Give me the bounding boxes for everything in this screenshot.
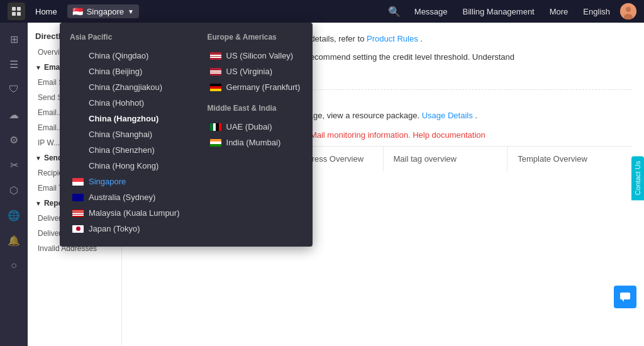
svg-marker-8	[622, 299, 624, 302]
svg-rect-7	[620, 293, 630, 299]
flag-cn-icon	[72, 84, 84, 91]
right-columns: Europe & Americas US (Silicon Valley) US…	[208, 33, 303, 237]
region-india-mumbai[interactable]: India (Mumbai)	[208, 135, 303, 150]
dropdown-arrow-icon: ▼	[128, 8, 134, 15]
svg-rect-1	[17, 7, 21, 11]
europe-americas-title: Europe & Americas	[208, 33, 303, 42]
region-uae-dubai[interactable]: UAE (Dubai)	[208, 119, 303, 135]
flag-sg-icon	[72, 178, 84, 186]
svg-rect-2	[12, 12, 16, 16]
region-malaysia-kualalumpur[interactable]: Malaysia (Kuala Lumpur)	[70, 205, 182, 221]
flag-cn-icon	[72, 131, 84, 138]
template-overview-card: Template Overview	[508, 147, 631, 171]
apps-icon[interactable]: ⊞	[3, 28, 25, 50]
region-us-siliconvalley[interactable]: US (Silicon Valley)	[208, 48, 303, 64]
contact-us-tab[interactable]: Contact Us	[631, 156, 644, 200]
svg-point-5	[626, 7, 631, 12]
app-logo[interactable]	[8, 3, 25, 20]
region-selector[interactable]: 🇸🇬 Singapore ▼	[67, 4, 139, 18]
flag-cn-icon	[72, 147, 84, 154]
flag-cn-icon	[72, 115, 84, 123]
flag-cn-icon	[72, 162, 84, 170]
flag-au-icon	[72, 194, 84, 201]
region-china-zhangjiakou[interactable]: China (Zhangjiakou)	[70, 79, 182, 95]
region-china-hangzhou[interactable]: China (Hangzhou)	[70, 111, 182, 126]
globe-icon[interactable]: 🌐	[3, 204, 25, 226]
region-flag: 🇸🇬	[72, 6, 83, 16]
region-dropdown: Asia Pacific China (Qingdao) China (Beij…	[60, 23, 313, 247]
product-rules-link[interactable]: Product Rules	[367, 34, 418, 43]
circle-icon[interactable]: ○	[3, 254, 25, 277]
region-china-shenzhen[interactable]: China (Shenzhen)	[70, 142, 182, 158]
user-avatar[interactable]	[620, 3, 636, 20]
billing-management-link[interactable]: Billing Management	[458, 7, 540, 16]
search-icon[interactable]: 🔍	[384, 6, 404, 18]
card-label: Template Overview	[518, 154, 587, 164]
settings-icon[interactable]: ⚙	[3, 128, 25, 151]
region-china-shanghai[interactable]: China (Shanghai)	[70, 126, 182, 142]
chat-icon-button[interactable]	[614, 286, 636, 308]
flag-cn-icon	[72, 68, 84, 75]
flag-cn-icon	[72, 99, 84, 107]
region-china-qingdao[interactable]: China (Qingdao)	[70, 48, 182, 64]
flag-us-icon	[210, 52, 221, 60]
asia-pacific-title: Asia Pacific	[70, 33, 182, 42]
language-selector[interactable]: English	[578, 7, 615, 16]
more-link[interactable]: More	[545, 7, 574, 16]
cloud-icon[interactable]: ☁	[3, 103, 25, 126]
flag-jp-icon	[72, 225, 84, 233]
network-icon[interactable]: ⬡	[3, 179, 25, 201]
home-link[interactable]: Home	[30, 7, 62, 16]
svg-rect-0	[12, 7, 16, 11]
flag-ae-icon	[210, 123, 221, 131]
card-label: Mail tag overview	[394, 154, 457, 164]
top-navigation: Home 🇸🇬 Singapore ▼ 🔍 Message Billing Ma…	[0, 0, 644, 23]
middle-east-india-title: Middle East & India	[208, 104, 303, 113]
asia-pacific-column: Asia Pacific China (Qingdao) China (Beij…	[70, 33, 182, 237]
collapse-arrow-icon2: ▼	[35, 155, 42, 162]
tools-icon[interactable]: ✂	[3, 153, 25, 176]
region-label: Singapore	[87, 7, 124, 16]
collapse-arrow-icon: ▼	[35, 64, 42, 71]
region-china-beijing[interactable]: China (Beijing)	[70, 64, 182, 79]
shield-icon[interactable]: 🛡	[3, 78, 25, 101]
flag-cn-icon	[72, 52, 84, 60]
svg-rect-3	[17, 12, 21, 16]
region-us-virginia[interactable]: US (Virginia)	[208, 64, 303, 79]
bell-icon[interactable]: 🔔	[3, 229, 25, 252]
icon-sidebar: ⊞ ☰ 🛡 ☁ ⚙ ✂ ⬡ 🌐 🔔 ○	[0, 23, 28, 346]
flag-de-icon	[210, 84, 221, 91]
region-australia-sydney[interactable]: Australia (Sydney)	[70, 189, 182, 205]
region-germany-frankfurt[interactable]: Germany (Frankfurt)	[208, 79, 303, 95]
usage-details-link[interactable]: Usage Details	[422, 111, 473, 120]
flag-us-icon	[210, 68, 221, 75]
region-china-hongkong[interactable]: China (Hong Kong)	[70, 158, 182, 174]
region-china-hohhot[interactable]: China (Hohhot)	[70, 95, 182, 111]
region-singapore[interactable]: Singapore	[70, 174, 182, 189]
region-japan-tokyo[interactable]: Japan (Tokyo)	[70, 221, 182, 237]
menu-icon[interactable]: ☰	[3, 53, 25, 75]
mail-tag-overview-card: Mail tag overview	[384, 147, 508, 171]
message-link[interactable]: Message	[409, 7, 453, 16]
collapse-arrow-icon3: ▼	[35, 200, 42, 207]
flag-my-icon	[72, 209, 84, 217]
flag-in-icon	[210, 139, 221, 147]
